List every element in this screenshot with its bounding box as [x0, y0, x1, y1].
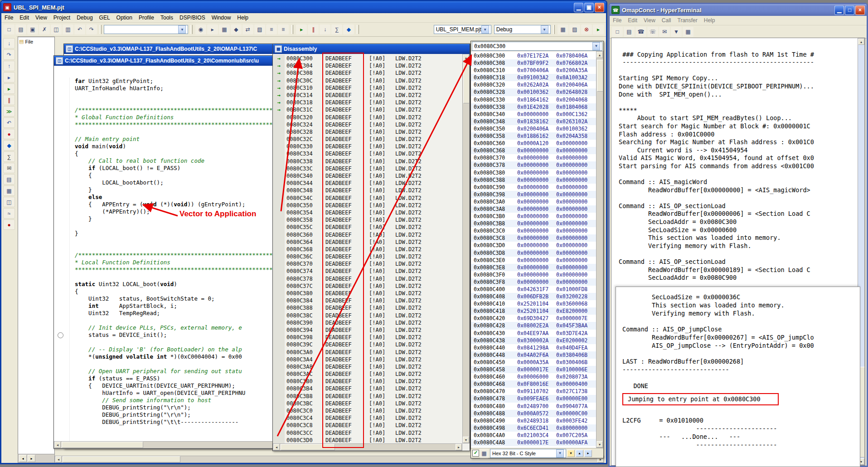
ccs-close-button[interactable]: ×: [595, 3, 604, 12]
cut-icon[interactable]: ✗: [39, 24, 50, 34]
search-input[interactable]: [106, 26, 178, 33]
memory-refresh-button[interactable]: ▴: [576, 450, 583, 457]
memory-row[interactable]: 0x0080C4200x69D304270x0000007E: [471, 315, 596, 322]
disasm-row[interactable]: →0080C300DEADBEEF[!A0]LDW.D2T2: [273, 55, 462, 62]
memory-row[interactable]: 0x0080C4A80x0000017E0x00000AFA: [471, 439, 596, 446]
memory-pin-button[interactable]: ▾: [567, 450, 575, 457]
animate-icon[interactable]: ≫: [3, 106, 15, 117]
run-to-cursor-icon[interactable]: ▸: [3, 72, 15, 83]
memory-window[interactable]: 0x0080C300 ▼ 0x0080C3000x07E17E2A0x07804…: [470, 41, 604, 458]
scrollbar-thumb[interactable]: [281, 444, 335, 450]
scrollbar-thumb[interactable]: [62, 442, 143, 448]
memory-row[interactable]: 0x0080C3180x091003A20x0A1003A2: [471, 74, 596, 81]
memory-row[interactable]: 0x0080C4780x009FEAE60x00000E00: [471, 395, 596, 402]
disasm-row[interactable]: →0080C310DEADBEEF[!A0]LDW.D2T2: [273, 84, 462, 92]
disasm-row[interactable]: 0080C330DEADBEEF[!A0]LDW.D2T2: [273, 143, 462, 150]
scroll-up-icon[interactable]: ▴: [858, 39, 864, 45]
step-out-icon[interactable]: ↑: [3, 61, 15, 71]
disasm-row[interactable]: 0080C35CDEADBEEF[!A0]LDW.D2T2: [273, 224, 462, 231]
disasm-row[interactable]: 0080C39CDEADBEEF[!A0]LDW.D2T2: [273, 341, 462, 348]
memory-row[interactable]: 0x0080C3780x000000000x00000000: [471, 161, 596, 169]
ccs-titlebar[interactable]: ▣ UBL_SPI_MEM.pjt ▁ ▣ ×: [1, 1, 606, 13]
disasm-row[interactable]: 0080C378DEADBEEF[!A0]LDW.D2T2: [273, 275, 462, 282]
scrollbar-thumb[interactable]: [597, 60, 603, 92]
graph-icon[interactable]: ≈: [3, 208, 15, 219]
disasm-row[interactable]: 0080C364DEADBEEF[!A0]LDW.D2T2: [273, 238, 462, 246]
restart-icon[interactable]: ↶: [3, 117, 15, 128]
disasm-row[interactable]: →0080C31CDEADBEEF[!A0]LDW.D2T2: [273, 106, 462, 113]
disasm-row[interactable]: 0080C368DEADBEEF[!A0]LDW.D2T2: [273, 246, 462, 253]
ht-close-button[interactable]: ×: [855, 5, 865, 15]
ccs-menu-help[interactable]: Help: [234, 14, 252, 22]
new-file-icon[interactable]: □: [4, 24, 15, 34]
disasm-row[interactable]: 0080C3C8DEADBEEF[!A0]LDW.D2T2: [273, 422, 462, 429]
scroll-up-icon[interactable]: ▴: [596, 52, 603, 58]
memory-row[interactable]: 0x0080C4A00x021003C40x007C205A: [471, 432, 596, 439]
memory-row[interactable]: 0x0080C4700x091107020x027C1738: [471, 388, 596, 395]
memory-row[interactable]: 0x0080C3A00x000000000x00000000: [471, 198, 596, 205]
memory-row[interactable]: 0x0080C3380x01E420280x01804068: [471, 103, 596, 111]
memory-row[interactable]: 0x0080C3000x07E17E2A0x0780406A: [471, 52, 596, 59]
probe-icon[interactable]: ◆: [343, 24, 354, 34]
scrollbar-thumb[interactable]: [63, 456, 180, 462]
find-next-icon[interactable]: ▸: [207, 24, 218, 34]
memory-row[interactable]: 0x0080C3F80x000000000x00000000: [471, 278, 596, 286]
memory-float-button[interactable]: ▸: [584, 450, 592, 457]
disasm-row[interactable]: →0080C314DEADBEEF[!A0]LDW.D2T2: [273, 92, 462, 99]
disasm-row[interactable]: 0080C360DEADBEEF[!A0]LDW.D2T2: [273, 231, 462, 238]
memory-live-checkbox[interactable]: ✓: [472, 450, 479, 457]
disasm-row[interactable]: 0080C324DEADBEEF[!A0]LDW.D2T2: [273, 121, 462, 128]
tab-scroll-left-icon[interactable]: ◂: [19, 455, 27, 462]
disasm-row[interactable]: →0080C308DEADBEEF[!A0]LDW.D2T2: [273, 69, 462, 77]
breakpoint-icon[interactable]: ●: [3, 129, 15, 139]
copy-icon[interactable]: ◫: [51, 24, 62, 34]
scroll-right-icon[interactable]: ▸: [456, 444, 462, 450]
memory-row[interactable]: 0x0080C3200x0262A02A0x0200406A: [471, 81, 596, 88]
memory-row[interactable]: 0x0080C3580x018861620x0204A358: [471, 132, 596, 140]
profile-icon[interactable]: ∑: [3, 151, 15, 162]
disasm-row[interactable]: 0080C334DEADBEEF[!A0]LDW.D2T2: [273, 150, 462, 157]
memory-format-combo[interactable]: Hex 32 Bit - C Style ▼: [490, 449, 566, 458]
paste-icon[interactable]: ▥: [63, 24, 73, 34]
mail-icon[interactable]: ✉: [3, 163, 15, 173]
memory-row[interactable]: 0x0080C3700x000000000x00000000: [471, 154, 596, 161]
disasm-row[interactable]: 0080C3B8DEADBEEF[!A0]LDW.D2T2: [273, 393, 462, 400]
watch-window-icon[interactable]: ◫: [3, 197, 15, 207]
ccs-menu-profile[interactable]: Profile: [136, 14, 157, 22]
memory-row[interactable]: 0x0080C3100x0700406A0x0200A35A: [471, 67, 596, 74]
ht-menu-file[interactable]: File: [610, 16, 625, 24]
ccs-menu-option[interactable]: Option: [113, 14, 136, 22]
disasm-row[interactable]: 0080C354DEADBEEF[!A0]LDW.D2T2: [273, 209, 462, 216]
ccs-menu-view[interactable]: View: [32, 14, 50, 22]
ht-minimize-button[interactable]: ▁: [834, 5, 844, 15]
memory-row[interactable]: 0x0080C3900x000000000x00000000: [471, 184, 596, 191]
outdent-icon[interactable]: ≡: [278, 24, 289, 34]
memory-row[interactable]: 0x0080C4680x0F80016E0x00000400: [471, 380, 596, 388]
stop-build-icon[interactable]: ⊗: [581, 24, 592, 34]
disasm-row[interactable]: 0080C38CDEADBEEF[!A0]LDW.D2T2: [273, 312, 462, 319]
disasm-row[interactable]: 0080C3A8DEADBEEF[!A0]LDW.D2T2: [273, 363, 462, 370]
disasm-row[interactable]: 0080C328DEADBEEF[!A0]LDW.D2T2: [273, 128, 462, 136]
call-icon[interactable]: ☎: [635, 27, 646, 37]
memory-row[interactable]: 0x0080C3080x07BF09F20x0766802A: [471, 59, 596, 67]
disasm-row[interactable]: 0080C398DEADBEEF[!A0]LDW.D2T2: [273, 334, 462, 341]
disasm-row[interactable]: 0080C380DEADBEEF[!A0]LDW.D2T2: [273, 290, 462, 297]
scroll-left-icon[interactable]: ◂: [55, 456, 62, 462]
memory-grid-icon[interactable]: ▦: [480, 448, 489, 458]
memory-row[interactable]: 0x0080C3800x000000000x00000000: [471, 169, 596, 176]
probe-point-icon[interactable]: ◆: [3, 140, 15, 151]
memory-row[interactable]: 0x0080C3C80x000000000x00000000: [471, 234, 596, 242]
redo-icon[interactable]: ↷: [86, 24, 97, 34]
goto-line-icon[interactable]: ⇄: [242, 24, 253, 34]
save-icon[interactable]: ▣: [27, 24, 38, 34]
disassembly-vertical-scrollbar[interactable]: ▴ ▾: [462, 54, 470, 443]
project-tree-root[interactable]: ▤ File: [18, 37, 54, 46]
memory-row[interactable]: 0x0080C3880x000000000x00000000: [471, 176, 596, 184]
search-combo[interactable]: ▼: [104, 25, 188, 34]
disasm-row[interactable]: 0080C320DEADBEEF[!A0]LDW.D2T2: [273, 114, 462, 121]
memory-address-combo[interactable]: 0x0080C300 ▼: [472, 42, 602, 51]
memory-row[interactable]: 0x0080C3280x001003620x02648028: [471, 88, 596, 96]
disasm-row[interactable]: 0080C34CDEADBEEF[!A0]LDW.D2T2: [273, 195, 462, 202]
ccs-menu-dsp-bios[interactable]: DSP/BIOS: [176, 14, 209, 22]
ht-menu-edit[interactable]: Edit: [625, 16, 640, 24]
